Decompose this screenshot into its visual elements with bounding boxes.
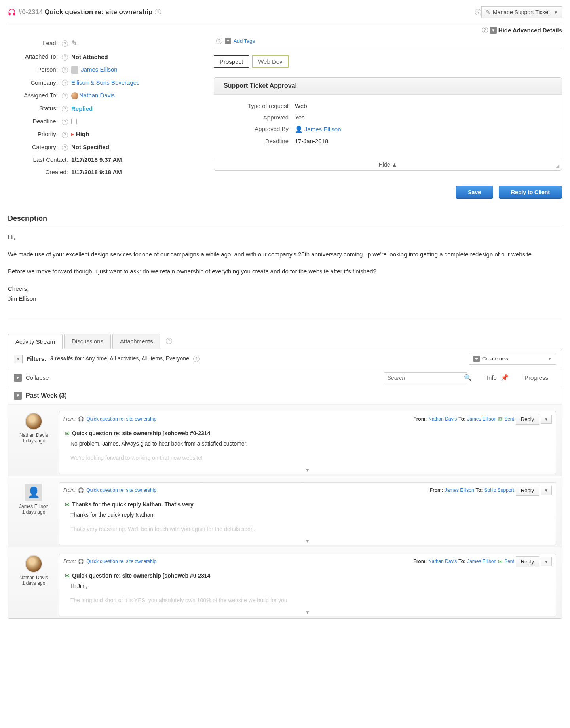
reply-button[interactable]: Reply xyxy=(516,414,539,425)
add-tags-link[interactable]: Add Tags xyxy=(234,38,255,44)
envelope-icon: ✉ xyxy=(65,501,70,508)
deadline-checkbox[interactable] xyxy=(71,119,77,124)
collapse-icon[interactable]: ▼ xyxy=(14,374,22,382)
mail-icon: ✉ xyxy=(498,416,503,422)
help-icon[interactable]: ? xyxy=(62,106,68,112)
from-person-link[interactable]: James Ellison xyxy=(445,487,474,493)
to-person-link[interactable]: James Ellison xyxy=(467,559,496,564)
filters-label: Filters: xyxy=(27,355,46,362)
avatar xyxy=(25,555,42,573)
help-icon[interactable]: ? xyxy=(62,80,68,86)
help-icon[interactable]: ? xyxy=(62,132,68,138)
create-new-label: Create new xyxy=(482,356,508,362)
help-icon[interactable]: ? xyxy=(482,27,488,33)
headphones-icon: 🎧 xyxy=(78,416,84,422)
deadline-label: Deadline: xyxy=(32,118,57,125)
activity-snippet: Hi Jim, xyxy=(65,580,550,592)
pencil-icon: ✎ xyxy=(486,9,490,15)
save-button[interactable]: Save xyxy=(456,186,493,199)
expand-arrow-icon[interactable]: ▼ xyxy=(59,538,556,545)
from-label: From: xyxy=(413,416,427,422)
to-label: To: xyxy=(476,487,483,493)
help-icon[interactable]: ? xyxy=(62,40,68,47)
person-link[interactable]: James Ellison xyxy=(81,66,118,73)
search-input[interactable] xyxy=(384,373,461,383)
plus-icon: + xyxy=(473,356,480,362)
from-person-link[interactable]: Nathan Davis xyxy=(428,559,457,564)
filter-icon[interactable]: ▼ xyxy=(14,355,23,363)
company-label: Company: xyxy=(30,79,57,86)
help-icon[interactable]: ? xyxy=(166,338,172,344)
pencil-icon[interactable]: ✎ xyxy=(71,39,77,47)
envelope-icon: ✉ xyxy=(65,430,70,436)
activity-body: From: 🎧 Quick question re: site ownershi… xyxy=(59,554,556,616)
desc-p2: We made use of your excellent design ser… xyxy=(8,249,562,260)
author-name: Nathan Davis xyxy=(14,432,53,438)
category-label: Category: xyxy=(32,144,58,150)
from-label: From: xyxy=(63,487,76,493)
assigned-link[interactable]: Nathan Davis xyxy=(79,92,115,99)
activity-snippet: Thanks for the quick reply Nathan. xyxy=(65,509,550,520)
expand-arrow-icon[interactable]: ▼ xyxy=(59,467,556,474)
create-new-dropdown[interactable]: + Create new xyxy=(469,353,556,365)
to-person-link[interactable]: James Ellison xyxy=(467,416,496,422)
reply-dropdown[interactable]: ▼ xyxy=(541,557,552,566)
help-icon[interactable]: ? xyxy=(62,54,68,61)
lead-label: Lead: xyxy=(43,40,58,46)
ticket-header: #0-2314 Quick question re: site ownershi… xyxy=(8,4,562,24)
tab-activity[interactable]: Activity Stream xyxy=(8,334,63,349)
group-past-week[interactable]: ▼ Past Week (3) xyxy=(8,387,562,405)
headphones-icon: 🎧 xyxy=(78,487,84,493)
activity-author-block: Nathan Davis 1 days ago xyxy=(14,411,53,474)
search-icon[interactable]: 🔍 xyxy=(461,374,475,381)
from-person-link[interactable]: Nathan Davis xyxy=(428,416,457,422)
help-icon[interactable]: ? xyxy=(62,67,68,73)
search-box[interactable]: 🔍 xyxy=(384,372,467,383)
tab-discussions[interactable]: Discussions xyxy=(64,334,111,349)
approval-type-label: Type of request xyxy=(224,102,295,109)
headphones-icon xyxy=(8,8,16,16)
hide-advanced-toggle[interactable]: ? ▼ Hide Advanced Details xyxy=(8,24,562,36)
last-contact-value: 1/17/2018 9:37 AM xyxy=(71,156,198,163)
tabs: Activity Stream Discussions Attachments … xyxy=(8,334,562,349)
headphones-icon: 🎧 xyxy=(78,559,84,564)
approval-hide-toggle[interactable]: Hide ▲◢ xyxy=(214,159,562,170)
reply-dropdown[interactable]: ▼ xyxy=(541,415,552,424)
reply-client-button[interactable]: Reply to Client xyxy=(499,186,562,199)
svg-rect-0 xyxy=(9,13,10,15)
collapse-icon[interactable]: ▼ xyxy=(14,392,22,400)
help-icon[interactable]: ? xyxy=(155,9,161,15)
activity-snippet: No problem, James. Always glad to hear b… xyxy=(65,438,550,449)
manage-ticket-button[interactable]: ✎ Manage Support Ticket ▼ xyxy=(481,6,562,18)
to-person-link[interactable]: SoHo Support xyxy=(484,487,514,493)
help-icon[interactable]: ? xyxy=(193,356,200,362)
attached-value: Not Attached xyxy=(71,53,198,60)
expand-arrow-icon[interactable]: ▼ xyxy=(59,610,556,616)
reply-button[interactable]: Reply xyxy=(516,485,539,496)
help-icon[interactable]: ? xyxy=(216,38,222,44)
help-icon[interactable]: ? xyxy=(62,119,68,125)
activity-fade-text: That's very reassuring. We'll be in touc… xyxy=(65,520,550,533)
resize-grip-icon[interactable]: ◢ xyxy=(556,163,559,169)
tab-attachments[interactable]: Attachments xyxy=(112,334,160,349)
attached-label: Attached To: xyxy=(25,53,58,60)
source-link[interactable]: Quick question re: site ownership xyxy=(86,487,156,493)
help-icon[interactable]: ? xyxy=(62,144,68,151)
source-link[interactable]: Quick question re: site ownership xyxy=(86,559,156,564)
pin-icon[interactable]: 📌 xyxy=(501,374,509,381)
reply-button[interactable]: Reply xyxy=(516,556,539,567)
company-link[interactable]: Ellison & Sons Beverages xyxy=(71,79,140,86)
reply-dropdown[interactable]: ▼ xyxy=(541,486,552,495)
manage-ticket-label: Manage Support Ticket xyxy=(493,9,550,15)
from-label: From: xyxy=(63,559,76,564)
help-icon[interactable]: ? xyxy=(475,9,481,15)
plus-icon[interactable]: + xyxy=(225,38,231,44)
source-link[interactable]: Quick question re: site ownership xyxy=(86,416,156,422)
approval-title: Support Ticket Approval xyxy=(214,78,562,95)
person-label: Person: xyxy=(37,66,58,73)
collapse-label[interactable]: Collapse xyxy=(26,374,49,381)
approved-by-link[interactable]: James Ellison xyxy=(304,126,341,133)
help-icon[interactable]: ? xyxy=(62,93,68,99)
tag-prospect[interactable]: Prospect xyxy=(214,55,249,68)
tag-webdev[interactable]: Web Dev xyxy=(252,55,288,68)
